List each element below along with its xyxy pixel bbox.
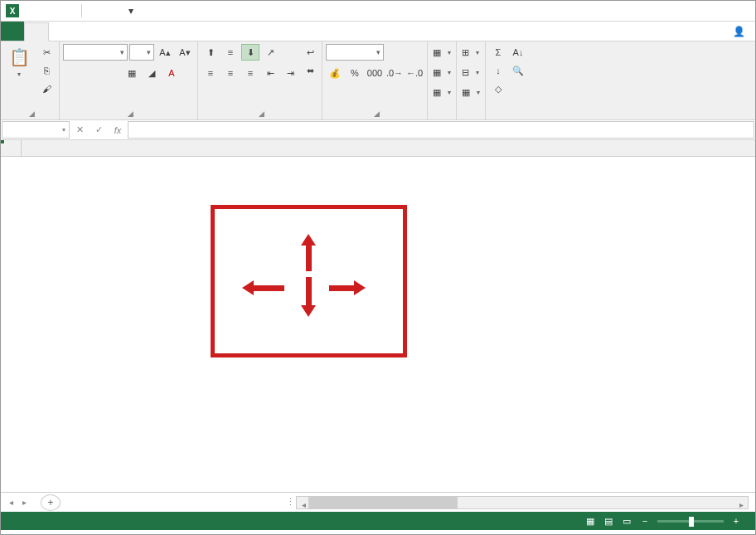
number-format-combo[interactable] [326,44,384,61]
fill-color-button[interactable]: ◢ [143,65,161,81]
number-dialog-launcher[interactable]: ◢ [374,109,380,118]
delete-cells-button[interactable]: ⊟▾ [460,64,482,80]
border-button[interactable]: ▦ [123,65,141,81]
italic-button[interactable] [83,65,101,81]
currency-button[interactable]: 💰 [326,65,344,81]
scroll-thumb[interactable] [308,497,458,508]
align-left-button[interactable]: ≡ [201,65,220,81]
formula-input[interactable] [128,121,754,139]
font-name-combo[interactable] [63,44,128,61]
undo-button[interactable] [42,2,59,19]
font-size-combo[interactable] [129,44,154,61]
underline-button[interactable] [103,65,121,81]
close-button[interactable] [732,2,752,19]
comma-button[interactable]: 000 [366,65,384,81]
horizontal-scrollbar[interactable]: ◂ ▸ [296,496,749,509]
group-editing: Σ A↓ ↓ 🔍 ◇ [486,41,531,119]
decrease-font-button[interactable]: A▾ [176,44,194,61]
help-button[interactable] [646,2,666,19]
tab-data[interactable] [119,22,142,41]
find-button[interactable]: 🔍 [509,62,527,79]
clipboard-icon: 📋 [7,46,31,69]
format-as-table-button[interactable]: ▦▾ [431,64,453,80]
align-top-button[interactable]: ⬆ [201,44,220,61]
percent-button[interactable]: % [346,65,364,81]
zoom-out-button[interactable]: − [636,513,654,528]
column-headers [22,140,755,157]
add-sheet-button[interactable]: + [41,494,61,511]
tab-home[interactable] [24,22,49,41]
font-dialog-launcher[interactable]: ◢ [128,109,133,118]
font-color-button[interactable]: A [162,65,181,81]
increase-font-button[interactable]: A▴ [156,44,174,61]
tab-review[interactable] [142,22,165,41]
align-right-button[interactable]: ≡ [241,65,259,81]
save-button[interactable] [24,2,41,19]
fx-button[interactable]: fx [109,121,127,139]
ribbon: 📋 ▾ ✂ ⎘ 🖌 ◢ A▴ A▾ [1,41,755,120]
cells[interactable] [22,157,755,492]
signin-link[interactable]: 👤 [720,22,755,41]
ribbon-toggle-button[interactable] [667,2,687,19]
insert-cells-button[interactable]: ⊞▾ [460,44,482,61]
select-all-button[interactable] [1,140,22,157]
qat-customize-button[interactable]: ▾ [123,2,139,19]
table-icon: ▦ [433,67,441,78]
group-clipboard: 📋 ▾ ✂ ⎘ 🖌 ◢ [1,41,60,119]
clear-button[interactable]: ◇ [489,80,507,97]
conditional-formatting-button[interactable]: ▦▾ [431,44,453,61]
paste-button[interactable]: 📋 ▾ [4,44,34,80]
indent-decrease-button[interactable]: ⇤ [261,65,279,81]
insert-icon: ⊞ [462,47,469,58]
cut-icon[interactable]: ✂ [37,44,56,61]
styles-icon: ▦ [433,87,441,98]
decrease-decimal-button[interactable]: ←.0 [405,65,424,81]
enter-formula-button[interactable]: ✓ [90,121,108,139]
formula-bar: ✕ ✓ fx [1,120,755,140]
tab-file[interactable] [1,22,24,41]
redo-button[interactable] [61,2,77,19]
minimize-button[interactable] [689,2,709,19]
wrap-text-button[interactable]: ↩ [303,44,318,61]
page-layout-view-button[interactable]: ▤ [599,513,618,528]
clipboard-dialog-launcher[interactable]: ◢ [29,109,35,118]
format-cells-button[interactable]: ▦▾ [460,84,482,100]
status-bar: ▦ ▤ ▭ − + [1,512,755,530]
merge-button[interactable]: ⬌ [303,62,318,79]
fill-button[interactable]: ↓ [489,62,507,79]
group-font: A▴ A▾ ▦ ◢ A ◢ [60,41,198,119]
tab-insert[interactable] [49,22,72,41]
tab-formulas[interactable] [95,22,119,41]
format-painter-icon[interactable]: 🖌 [37,80,56,97]
sort-filter-button[interactable]: A↓ [509,44,527,61]
quick-access-toolbar: ▾ [24,2,139,19]
align-bottom-button[interactable]: ⬇ [241,44,259,61]
cancel-formula-button[interactable]: ✕ [70,121,89,139]
zoom-in-button[interactable]: + [727,513,745,528]
zoom-slider[interactable] [657,520,724,523]
alignment-dialog-launcher[interactable]: ◢ [259,109,264,118]
group-number: 💰 % 000 .0→ ←.0 ◢ [322,41,428,119]
scroll-right-button[interactable]: ▸ [734,497,748,513]
sheet-nav-next[interactable]: ▸ [17,494,31,511]
page-break-view-button[interactable]: ▭ [618,513,636,528]
align-middle-button[interactable]: ≡ [221,44,240,61]
copy-icon[interactable]: ⎘ [37,62,56,79]
maximize-button[interactable] [710,2,730,19]
cell-styles-button[interactable]: ▦▾ [431,84,453,100]
cut-button[interactable] [104,2,121,19]
tab-layout[interactable] [72,22,95,41]
autosum-ribbon-button[interactable]: Σ [489,44,507,61]
orientation-button[interactable]: ↗ [261,44,279,61]
autosum-button[interactable] [86,2,103,19]
grid-area [1,140,755,492]
increase-decimal-button[interactable]: .0→ [385,65,404,81]
title-bar: X ▾ [1,1,755,22]
bold-button[interactable] [63,65,81,81]
indent-increase-button[interactable]: ⇥ [281,65,299,81]
tab-view[interactable] [165,22,188,41]
align-center-button[interactable]: ≡ [221,65,240,81]
name-box[interactable] [2,121,70,139]
sheet-nav-prev[interactable]: ◂ [4,494,17,511]
normal-view-button[interactable]: ▦ [581,513,599,528]
